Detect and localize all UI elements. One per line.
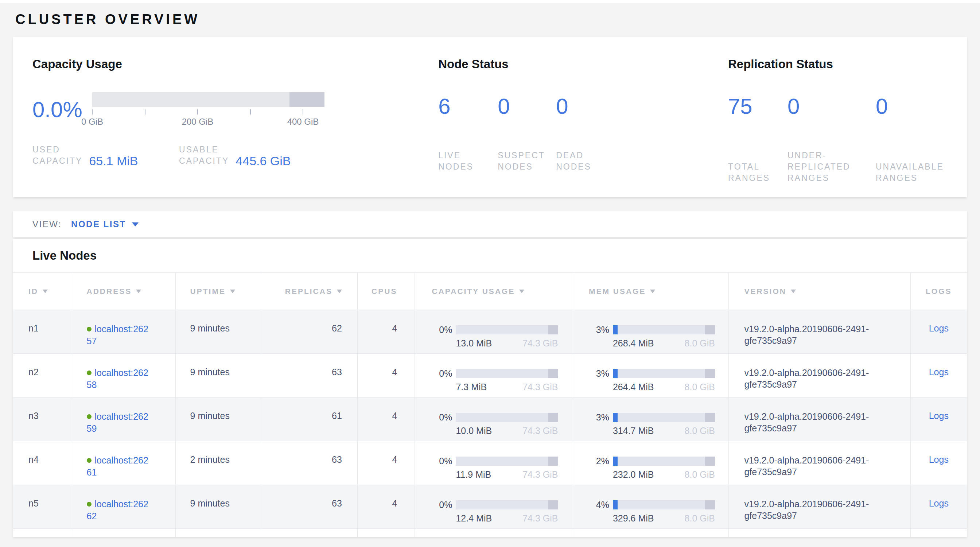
capacity-usage-section: Capacity Usage 0.0% 0 GiB: [32, 57, 438, 197]
suspect-nodes-label: SUSPECT NODES: [498, 150, 556, 172]
node-live-dot: [87, 458, 92, 463]
node-id-cell: n4: [13, 441, 72, 485]
node-logs-cell: Logs: [911, 310, 967, 353]
node-replicas-cell: 61: [261, 398, 358, 441]
table-row: n4 localhost:26261 2 minutes 63 4 0% 11.…: [13, 441, 967, 485]
capacity-bar-dark-segment: [290, 92, 325, 107]
logs-link[interactable]: Logs: [929, 454, 949, 464]
cluster-summary-card: Capacity Usage 0.0% 0 GiB: [13, 37, 967, 197]
sort-arrow-icon: [650, 289, 655, 293]
logs-link[interactable]: Logs: [929, 367, 949, 377]
column-header-logs: LOGS: [911, 273, 967, 310]
used-capacity-value: 65.1 MiB: [89, 155, 138, 167]
node-address-link[interactable]: localhost:26262: [87, 499, 148, 521]
node-address-cell: localhost:26258: [72, 354, 176, 397]
column-header-version[interactable]: VERSION: [729, 273, 910, 310]
node-logs-cell: Logs: [911, 398, 967, 441]
page-title: CLUSTER OVERVIEW: [15, 12, 967, 27]
column-header-replicas[interactable]: REPLICAS: [261, 273, 358, 310]
node-replicas-cell: 63: [261, 354, 358, 397]
live-nodes-card: Live Nodes ID ADDRESS UPTIME REPLICAS CP…: [13, 239, 967, 537]
sort-arrow-icon: [230, 289, 235, 293]
node-status-section: Node Status 6 0 0 LIVE NODES SUSPECT NOD…: [438, 57, 728, 197]
mem-usage-bar: [613, 413, 715, 422]
live-nodes-count: 6: [438, 94, 498, 119]
logs-link[interactable]: Logs: [929, 410, 949, 421]
node-uptime-cell: 9 minutes: [176, 354, 261, 397]
node-address-cell: localhost:26262: [72, 485, 176, 528]
node-id-cell: n1: [13, 310, 72, 353]
node-cpus-cell: 4: [358, 398, 415, 441]
node-capacity-usage-cell: 0% 12.4 MiB74.3 GiB: [415, 485, 572, 528]
node-version-cell: v19.2.0-alpha.20190606-2491-gfe735c9a97: [729, 398, 910, 441]
mem-usage-bar: [613, 325, 715, 334]
node-logs-cell: Logs: [911, 485, 967, 528]
node-status-title: Node Status: [438, 57, 728, 71]
live-nodes-title: Live Nodes: [13, 239, 967, 272]
node-version-cell: v19.2.0-alpha.20190606-2491-gfe735c9a97: [729, 485, 910, 528]
column-header-id[interactable]: ID: [13, 273, 72, 310]
node-replicas-cell: 63: [261, 441, 358, 485]
replication-status-section: Replication Status 75 0 0 TOTAL RANGES U…: [728, 57, 967, 197]
node-address-link[interactable]: localhost:26257: [87, 324, 148, 346]
view-dropdown-value[interactable]: NODE LIST: [71, 219, 126, 229]
capacity-usage-bar: [456, 500, 558, 509]
node-live-dot: [87, 414, 92, 419]
column-header-cpus: CPUS: [358, 273, 415, 310]
capacity-usage-bar: [456, 456, 558, 466]
node-mem-usage-cell: 4% 329.6 MiB8.0 GiB: [572, 485, 729, 528]
view-dropdown[interactable]: NODE LIST: [71, 219, 138, 229]
column-header-address[interactable]: ADDRESS: [72, 273, 176, 310]
suspect-nodes-count: 0: [498, 94, 556, 119]
live-nodes-label: LIVE NODES: [438, 150, 498, 172]
logs-link[interactable]: Logs: [929, 323, 949, 333]
replication-status-title: Replication Status: [728, 57, 967, 71]
column-header-mem-usage[interactable]: MEM USAGE: [572, 273, 729, 310]
node-capacity-usage-cell: 0% 7.3 MiB74.3 GiB: [415, 354, 572, 397]
node-address-cell: localhost:26261: [72, 441, 176, 485]
node-address-link[interactable]: localhost:26258: [87, 367, 148, 390]
logs-link[interactable]: Logs: [929, 498, 949, 508]
dead-nodes-label: DEAD NODES: [556, 150, 611, 172]
mem-usage-bar: [613, 369, 715, 378]
sort-arrow-icon: [136, 289, 141, 293]
capacity-axis-ticks: [92, 110, 303, 115]
node-address-link[interactable]: localhost:26259: [87, 411, 148, 434]
capacity-bar: 0 GiB 200 GiB 400 GiB: [92, 92, 325, 128]
node-address-link[interactable]: localhost:26261: [87, 455, 148, 477]
node-replicas-cell: 63: [261, 485, 358, 528]
unavailable-ranges-count: 0: [876, 94, 967, 119]
node-uptime-cell: 9 minutes: [176, 485, 261, 528]
sort-arrow-icon: [337, 289, 342, 293]
node-logs-cell: Logs: [911, 354, 967, 397]
column-header-uptime[interactable]: UPTIME: [176, 273, 261, 310]
total-ranges-label: TOTAL RANGES: [728, 161, 788, 184]
node-mem-usage-cell: 3% 268.4 MiB8.0 GiB: [572, 310, 729, 353]
node-uptime-cell: 9 minutes: [176, 310, 261, 353]
tick-label-200: 200 GiB: [182, 117, 214, 127]
mem-usage-bar: [613, 500, 715, 509]
capacity-usage-bar: [456, 325, 558, 334]
node-cpus-cell: 4: [358, 485, 415, 528]
cluster-overview-page: CLUSTER OVERVIEW Capacity Usage 0.0%: [0, 12, 980, 537]
view-selector-bar: VIEW: NODE LIST: [13, 211, 967, 237]
node-version-cell: v19.2.0-alpha.20190606-2491-gfe735c9a97: [729, 441, 910, 485]
node-capacity-usage-cell: 0% 11.9 MiB74.3 GiB: [415, 441, 572, 485]
under-replicated-count: 0: [788, 94, 876, 119]
node-cpus-cell: 4: [358, 441, 415, 485]
node-replicas-cell: 62: [261, 310, 358, 353]
node-id-cell: n5: [13, 485, 72, 528]
table-row: n2 localhost:26258 9 minutes 63 4 0% 7.3…: [13, 354, 967, 398]
column-header-capacity-usage[interactable]: CAPACITY USAGE: [415, 273, 572, 310]
tick-label-400: 400 GiB: [287, 117, 319, 127]
node-cpus-cell: 4: [358, 310, 415, 353]
table-row-partial: [13, 529, 967, 537]
node-capacity-usage-cell: 0% 13.0 MiB74.3 GiB: [415, 310, 572, 353]
node-mem-usage-cell: 3% 264.4 MiB8.0 GiB: [572, 354, 729, 397]
table-row: n3 localhost:26259 9 minutes 61 4 0% 10.…: [13, 398, 967, 441]
node-version-cell: v19.2.0-alpha.20190606-2491-gfe735c9a97: [729, 354, 910, 397]
node-id-cell: n2: [13, 354, 72, 397]
table-header-row: ID ADDRESS UPTIME REPLICAS CPUS CAPACITY…: [13, 272, 967, 310]
node-address-cell: localhost:26259: [72, 398, 176, 441]
node-mem-usage-cell: 3% 314.7 MiB8.0 GiB: [572, 398, 729, 441]
